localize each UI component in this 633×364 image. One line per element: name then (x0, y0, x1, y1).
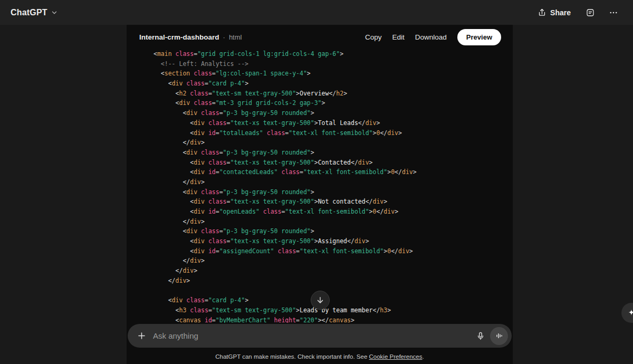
code-line: <section class="lg:col-span-1 space-y-4"… (154, 69, 513, 79)
canvas-header: Internal-crm-dashboard · html Copy Edit … (127, 25, 513, 49)
code-line: <div class="p-3 bg-gray-50 rounded"> (154, 148, 513, 158)
code-line: <div class="text-xs text-gray-500">Total… (154, 118, 513, 128)
code-line: <div class="mt-3 grid grid-cols-2 gap-3"… (154, 98, 513, 108)
disclaimer-period: . (423, 353, 424, 360)
code-line: <div class="card p-4"> (154, 79, 513, 89)
code-line: <div id="contactedLeads" class="text-xl … (154, 167, 513, 177)
message-input[interactable] (153, 331, 472, 340)
chevron-down-icon (51, 9, 58, 16)
code-line: <h3 class="text-sm text-gray-500">Leads … (154, 305, 513, 315)
code-line: <div class="text-xs text-gray-500">Not c… (154, 197, 513, 207)
share-icon (538, 8, 546, 17)
code-line: <div id="totalLeads" class="text-xl font… (154, 128, 513, 138)
code-line: <div id="openLeads" class="text-xl font-… (154, 207, 513, 217)
canvas-title-group[interactable]: Internal-crm-dashboard · html (139, 33, 242, 41)
code-editor[interactable]: <main class="grid grid-cols-1 lg:grid-co… (127, 49, 513, 323)
composer[interactable] (128, 324, 512, 348)
attach-button[interactable] (133, 328, 150, 344)
code-line: <canvas id="byMemberChart" height="220">… (154, 315, 513, 323)
code-line: <div id="assignedCount" class="text-xl f… (154, 246, 513, 256)
download-button[interactable]: Download (415, 33, 447, 41)
ellipsis-icon (609, 8, 618, 17)
voice-mode-button[interactable] (490, 327, 508, 345)
document-title: Internal-crm-dashboard (139, 33, 219, 41)
preview-button[interactable]: Preview (457, 29, 501, 45)
canvas-toggle-button[interactable] (581, 4, 599, 22)
code-line: </div> (154, 177, 513, 187)
code-line: </div> (154, 256, 513, 266)
cookie-preferences-link[interactable]: Cookie Preferences (369, 353, 423, 360)
code-line: <div class="p-3 bg-gray-50 rounded"> (154, 108, 513, 118)
code-line: </div> (154, 138, 513, 148)
code-line: <div class="card p-4"> (154, 295, 513, 305)
document-language: html (229, 33, 242, 41)
code-line (154, 286, 513, 296)
top-bar: ChatGPT Share (0, 0, 633, 25)
disclaimer-text: ChatGPT can make mistakes. Check importa… (215, 353, 369, 360)
code-line: <div class="p-3 bg-gray-50 rounded"> (154, 187, 513, 197)
share-button[interactable]: Share (532, 5, 576, 20)
plus-icon (137, 331, 147, 341)
app-title: ChatGPT (11, 8, 47, 17)
copy-button[interactable]: Copy (365, 33, 382, 41)
code-line: <h2 class="text-sm text-gray-500">Overvi… (154, 89, 513, 99)
sparkle-icon (627, 309, 633, 317)
dictate-button[interactable] (472, 328, 489, 344)
share-button-label: Share (550, 8, 571, 17)
code-line: <!-- Left: Analytics --> (154, 59, 513, 69)
title-divider: · (223, 33, 225, 41)
code-line: </div> (154, 217, 513, 227)
code-line: <main class="grid grid-cols-1 lg:grid-co… (154, 49, 513, 59)
code-line: <div class="text-xs text-gray-500">Assig… (154, 236, 513, 246)
more-options-button[interactable] (605, 4, 622, 22)
canvas-panel: Internal-crm-dashboard · html Copy Edit … (127, 25, 513, 364)
footer-disclaimer: ChatGPT can make mistakes. Check importa… (127, 353, 513, 360)
arrow-down-icon (315, 295, 325, 305)
code-line: <div class="p-3 bg-gray-50 rounded"> (154, 226, 513, 236)
code-line: </div> (154, 276, 513, 286)
edit-button[interactable]: Edit (392, 33, 405, 41)
canvas-actions: Copy Edit Download Preview (365, 29, 501, 45)
model-switcher[interactable]: ChatGPT (11, 8, 58, 17)
code-line: <div class="text-xs text-gray-500">Conta… (154, 158, 513, 168)
top-bar-actions: Share (532, 4, 622, 22)
audio-waveform-icon (495, 331, 504, 340)
sparkle-button[interactable] (621, 303, 633, 323)
scroll-to-bottom-button[interactable] (311, 291, 330, 310)
code-line: </div> (154, 266, 513, 276)
microphone-icon (476, 331, 485, 341)
canvas-document-icon (586, 8, 595, 17)
